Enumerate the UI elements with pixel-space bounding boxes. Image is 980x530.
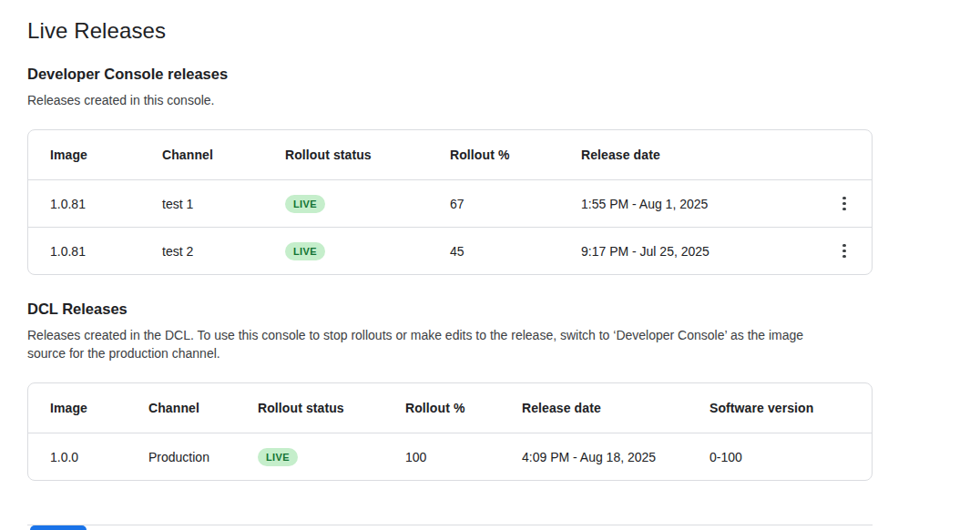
section-description: Releases created in this console.	[27, 91, 980, 109]
kebab-dot-icon	[842, 244, 846, 248]
cell-actions	[817, 239, 872, 264]
cell-release-date: 1:55 PM - Aug 1, 2025	[581, 197, 817, 211]
cell-channel: test 2	[162, 244, 285, 259]
cell-image: 1.0.81	[50, 197, 162, 211]
table-header-row: Image Channel Rollout status Rollout % R…	[28, 383, 872, 433]
column-header-release-date: Release date	[581, 148, 817, 162]
column-header-rollout-pct: Rollout %	[405, 401, 522, 415]
cell-rollout-status: LIVE	[258, 448, 405, 466]
cell-actions	[817, 191, 872, 217]
table-row: 1.0.81 test 1 LIVE 67 1:55 PM - Aug 1, 2…	[28, 179, 872, 227]
cell-release-date: 9:17 PM - Jul 25, 2025	[581, 244, 817, 259]
cell-rollout-pct: 100	[405, 450, 522, 464]
cell-rollout-pct: 67	[450, 197, 581, 211]
bottom-divider	[27, 525, 873, 525]
cell-image: 1.0.81	[50, 244, 162, 259]
cell-image: 1.0.0	[50, 450, 148, 464]
cell-rollout-status: LIVE	[285, 242, 450, 260]
section-developer-console-releases: Developer Console releases Releases crea…	[27, 64, 980, 275]
live-status-badge: LIVE	[285, 242, 325, 260]
kebab-dot-icon	[842, 197, 846, 200]
live-status-badge: LIVE	[258, 448, 298, 466]
cell-channel: test 1	[162, 197, 285, 211]
kebab-dot-icon	[842, 202, 846, 206]
cell-rollout-status: LIVE	[285, 195, 450, 213]
cell-release-date: 4:09 PM - Aug 18, 2025	[522, 450, 709, 464]
section-heading-dcl: DCL Releases	[27, 299, 980, 319]
cell-rollout-pct: 45	[450, 244, 581, 259]
table-header-row: Image Channel Rollout status Rollout % R…	[28, 130, 872, 179]
live-releases-page: Live Releases Developer Console releases…	[0, 16, 980, 525]
table-row: 1.0.81 test 2 LIVE 45 9:17 PM - Jul 25, …	[28, 227, 872, 274]
page-title: Live Releases	[27, 16, 980, 46]
column-header-release-date: Release date	[522, 401, 709, 415]
kebab-dot-icon	[842, 250, 846, 253]
column-header-channel: Channel	[162, 148, 285, 162]
column-header-rollout-status: Rollout status	[258, 401, 405, 415]
column-header-software-version: Software version	[709, 401, 872, 415]
column-header-image: Image	[50, 148, 162, 162]
dcl-releases-table: Image Channel Rollout status Rollout % R…	[27, 382, 873, 481]
section-dcl-releases: DCL Releases Releases created in the DCL…	[27, 299, 980, 481]
table-row: 1.0.0 Production LIVE 100 4:09 PM - Aug …	[28, 433, 872, 480]
cell-channel: Production	[148, 450, 258, 464]
section-heading-developer-console: Developer Console releases	[27, 64, 980, 84]
live-status-badge: LIVE	[285, 195, 325, 213]
column-header-rollout-pct: Rollout %	[450, 148, 581, 162]
row-overflow-menu-button[interactable]	[832, 191, 857, 217]
row-overflow-menu-button[interactable]	[832, 239, 857, 264]
section-description: Releases created in the DCL. To use this…	[27, 326, 843, 362]
column-header-rollout-status: Rollout status	[285, 148, 450, 162]
kebab-dot-icon	[842, 208, 846, 211]
column-header-channel: Channel	[148, 401, 258, 415]
kebab-dot-icon	[842, 255, 846, 259]
column-header-image: Image	[50, 401, 148, 415]
cutoff-primary-button[interactable]	[30, 525, 87, 530]
cell-software-version: 0-100	[709, 450, 872, 464]
developer-console-releases-table: Image Channel Rollout status Rollout % R…	[27, 129, 873, 275]
